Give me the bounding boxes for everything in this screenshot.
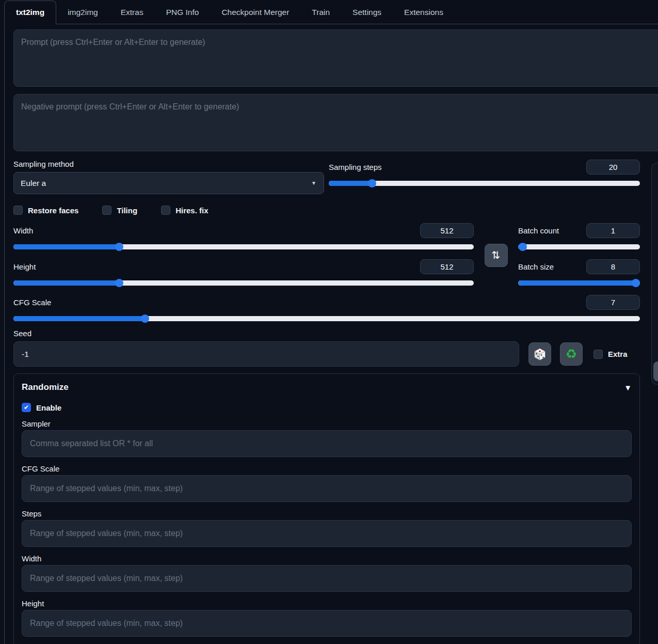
cfg-scale-control: CFG Scale <box>13 295 640 323</box>
width-range-input[interactable] <box>22 565 632 592</box>
sampling-method-value: Euler a <box>21 179 46 188</box>
slider-fill <box>13 280 119 286</box>
extra-seed-checkbox[interactable]: ✔ Extra <box>593 350 628 359</box>
height-range-input[interactable] <box>22 610 632 637</box>
randomize-height-field: Height <box>22 599 632 637</box>
hires-fix-checkbox[interactable]: ✔ Hires. fix <box>161 206 208 215</box>
slider-fill <box>13 316 145 321</box>
randomize-sampler-field: Sampler <box>22 419 632 457</box>
slider-thumb[interactable] <box>368 179 376 187</box>
tab-checkpoint-merger[interactable]: Checkpoint Merger <box>210 1 300 24</box>
slider-thumb[interactable] <box>519 243 527 251</box>
tab-extras[interactable]: Extras <box>109 1 155 24</box>
steps-range-input[interactable] <box>22 520 632 547</box>
settings-column: Sampling method Euler a ▼ Sampling steps <box>13 160 640 644</box>
steps-range-label: Steps <box>22 509 632 518</box>
randomize-steps-field: Steps <box>22 509 632 547</box>
tab-settings[interactable]: Settings <box>341 1 393 24</box>
batch-count-label: Batch count <box>518 226 559 235</box>
seed-control: Seed <box>13 329 640 367</box>
random-seed-button[interactable] <box>528 342 551 366</box>
randomize-cfg-field: CFG Scale <box>22 464 632 502</box>
seed-label: Seed <box>13 329 640 338</box>
slider-thumb[interactable] <box>115 279 123 287</box>
main-tabbar: txt2img img2img Extras PNG Info Checkpoi… <box>4 0 658 24</box>
swap-dimensions-icon: ⇅ <box>492 250 501 260</box>
right-column-cutoff-panel <box>651 163 658 385</box>
randomize-accordion-header[interactable]: Randomize ▼ <box>22 382 632 392</box>
batch-size-slider[interactable] <box>518 279 640 287</box>
collapse-arrow-icon: ▼ <box>624 383 632 392</box>
height-number[interactable] <box>420 259 474 274</box>
check-icon: ✔ <box>24 404 29 411</box>
height-range-label: Height <box>22 599 632 608</box>
right-column-cutoff-button[interactable] <box>653 362 658 381</box>
height-control: Height <box>13 259 474 287</box>
sampling-steps-number[interactable] <box>586 160 640 175</box>
cfg-scale-slider[interactable] <box>13 315 640 323</box>
batch-count-slider[interactable] <box>518 243 640 251</box>
sampling-steps-slider[interactable] <box>329 179 640 187</box>
seed-input[interactable] <box>13 341 519 367</box>
sampling-method-select[interactable]: Euler a ▼ <box>13 172 324 194</box>
height-label: Height <box>13 262 36 271</box>
checkbox-box[interactable]: ✔ <box>593 350 603 359</box>
randomize-width-field: Width <box>22 554 632 592</box>
slider-thumb[interactable] <box>141 315 149 323</box>
swap-dimensions-button[interactable]: ⇅ <box>485 244 508 267</box>
extra-label: Extra <box>608 350 628 358</box>
prompt-input[interactable] <box>13 29 658 87</box>
chevron-down-icon: ▼ <box>311 180 316 186</box>
enable-label: Enable <box>36 403 61 412</box>
tab-extensions[interactable]: Extensions <box>393 1 455 24</box>
tab-train[interactable]: Train <box>300 1 341 24</box>
slider-thumb[interactable] <box>632 279 640 287</box>
tiling-checkbox[interactable]: ✔ Tiling <box>102 206 137 215</box>
checkbox-box[interactable]: ✔ <box>22 403 31 412</box>
sampling-method-label: Sampling method <box>13 160 324 168</box>
batch-size-label: Batch size <box>518 262 554 271</box>
negative-prompt-input[interactable] <box>13 94 658 151</box>
width-slider[interactable] <box>13 243 474 251</box>
tiling-label: Tiling <box>117 206 137 215</box>
cfg-scale-label: CFG Scale <box>13 298 51 307</box>
cfg-range-label: CFG Scale <box>22 464 632 473</box>
batch-size-control: Batch size <box>518 259 640 287</box>
sampler-label: Sampler <box>22 419 632 428</box>
sampling-steps-label: Sampling steps <box>329 163 382 171</box>
batch-count-number[interactable] <box>586 223 640 238</box>
cfg-range-input[interactable] <box>22 475 632 502</box>
tab-png-info[interactable]: PNG Info <box>155 1 211 24</box>
checkbox-box[interactable]: ✔ <box>161 206 170 215</box>
sampler-input[interactable] <box>22 430 632 457</box>
tab-img2img[interactable]: img2img <box>56 1 109 24</box>
checkbox-box[interactable]: ✔ <box>13 206 23 215</box>
width-range-label: Width <box>22 554 632 563</box>
dice-icon <box>533 348 547 361</box>
slider-fill <box>518 280 640 286</box>
recycle-icon: ♻ <box>566 348 577 360</box>
reuse-seed-button[interactable]: ♻ <box>560 342 583 366</box>
restore-faces-label: Restore faces <box>28 206 78 215</box>
slider-thumb[interactable] <box>115 243 123 251</box>
height-slider[interactable] <box>13 279 474 287</box>
batch-count-control: Batch count <box>518 223 640 251</box>
slider-track <box>518 244 640 249</box>
batch-size-number[interactable] <box>586 259 640 274</box>
tab-txt2img[interactable]: txt2img <box>4 1 56 24</box>
width-control: Width <box>13 223 474 251</box>
randomize-panel: Randomize ▼ ✔ Enable Sampler CFG Scale S… <box>13 373 640 644</box>
restore-faces-checkbox[interactable]: ✔ Restore faces <box>13 206 78 215</box>
cfg-scale-number[interactable] <box>586 295 640 310</box>
tab-content: Sampling method Euler a ▼ Sampling steps <box>4 24 658 644</box>
checkbox-box[interactable]: ✔ <box>102 206 111 215</box>
randomize-enable-checkbox[interactable]: ✔ Enable <box>22 403 632 412</box>
hires-fix-label: Hires. fix <box>175 206 208 215</box>
randomize-title: Randomize <box>22 382 69 392</box>
txt2img-page: txt2img img2img Extras PNG Info Checkpoi… <box>0 0 658 644</box>
slider-fill <box>329 181 372 186</box>
width-number[interactable] <box>420 223 474 238</box>
width-label: Width <box>13 226 33 235</box>
slider-fill <box>13 244 119 249</box>
